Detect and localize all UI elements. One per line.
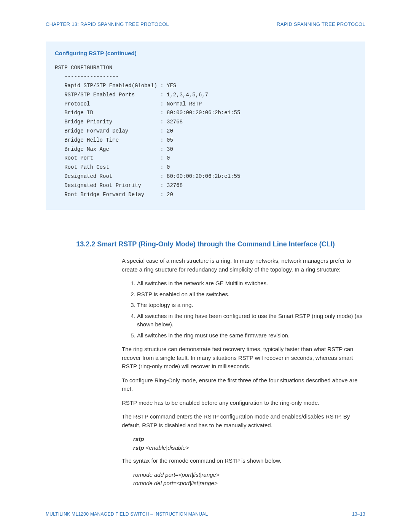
code-row: Designated Root : 80:00:00:20:06:2b:e1:5…	[55, 172, 356, 181]
cmd2a: romode add port=<port|list|range>	[133, 471, 365, 479]
list-item: The topology is a ring.	[137, 301, 365, 310]
para6c: command on RSTP is shown below.	[188, 457, 281, 464]
page: CHAPTER 13: RAPID SPANNING TREE PROTOCOL…	[0, 0, 411, 532]
code-row: Bridge Max Age : 30	[55, 145, 356, 154]
code-row: Rapid STP/STP Enabled(Global) : YES	[55, 81, 356, 91]
header-right: RAPID SPANNING TREE PROTOCOL	[277, 21, 365, 27]
code-row: Bridge Forward Delay : 20	[55, 127, 356, 136]
code-row: Bridge ID : 80:00:00:20:06:2b:e1:55	[55, 109, 356, 118]
code-row: Root Path Cost : 0	[55, 163, 356, 172]
para6b: romode	[169, 457, 188, 464]
code-row: Root Bridge Forward Delay : 20	[55, 190, 356, 200]
list-item: All switches in the ring have been confi…	[137, 312, 365, 329]
page-footer: MULTILINK ML1200 MANAGED FIELD SWITCH – …	[46, 511, 365, 517]
code-box-title: Configuring RSTP (continued)	[55, 48, 356, 58]
list-item: RSTP is enabled on all the switches.	[137, 290, 365, 299]
cmd2b: romode del port=<port|list|range>	[133, 479, 365, 488]
para6a: The syntax for the	[122, 457, 169, 464]
code-box: Configuring RSTP (continued) RSTP CONFIG…	[46, 42, 365, 210]
section-heading: 13.2.2 Smart RSTP (Ring-Only Mode) throu…	[46, 240, 365, 248]
para3: To configure Ring-Only mode, ensure the …	[122, 376, 365, 393]
cmd-block-2: romode add port=<port|list|range> romode…	[133, 471, 365, 488]
page-header: CHAPTER 13: RAPID SPANNING TREE PROTOCOL…	[46, 21, 365, 27]
code-row: Protocol : Normal RSTP	[55, 100, 356, 109]
code-row: Bridge Priority : 32768	[55, 118, 356, 127]
cmd1b-bold: rstp	[133, 444, 146, 451]
para5: The RSTP command enters the RSTP configu…	[122, 412, 365, 430]
header-left: CHAPTER 13: RAPID SPANNING TREE PROTOCOL	[46, 21, 169, 27]
para2: The ring structure can demonstrate fast …	[122, 345, 365, 371]
para6: The syntax for the romode command on RST…	[122, 457, 365, 465]
footer-right: 13–13	[352, 511, 365, 517]
list-item: All switches in the ring must use the sa…	[137, 331, 365, 340]
para1: A special case of a mesh structure is a …	[122, 257, 365, 274]
footer-left: MULTILINK ML1200 MANAGED FIELD SWITCH – …	[46, 511, 208, 517]
body-block: A special case of a mesh structure is a …	[122, 257, 365, 488]
code-row: RSTP/STP Enabled Ports : 1,2,3,4,5,6,7	[55, 91, 356, 100]
cmd1a: rstp	[133, 436, 144, 442]
code-row: Root Port : 0	[55, 154, 356, 163]
code-row: Designated Root Priority : 32768	[55, 181, 356, 190]
code-intro: RSTP CONFIGURATION	[55, 64, 356, 73]
code-row: Bridge Hello Time : 05	[55, 136, 356, 145]
list-item: All switches in the network are GE Multi…	[137, 279, 365, 288]
cmd1b-italic: <enable|disable>	[146, 444, 189, 451]
cmd-block-1: rstp rstp <enable|disable>	[133, 435, 365, 452]
code-divider: -----------------	[55, 72, 356, 81]
para4: RSTP mode has to be enabled before any c…	[122, 399, 365, 407]
ring-list: All switches in the network are GE Multi…	[122, 279, 365, 340]
